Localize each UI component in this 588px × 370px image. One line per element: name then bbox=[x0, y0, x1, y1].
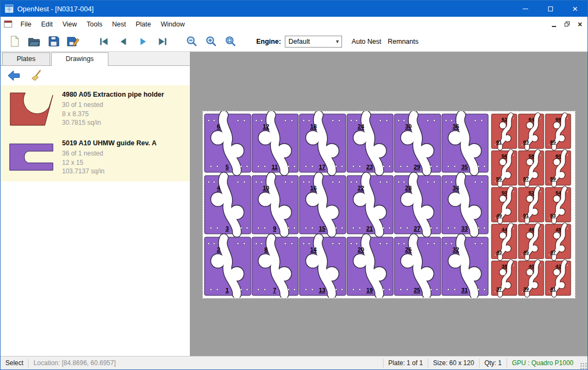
nested-part-pair[interactable]: 2625 bbox=[394, 237, 441, 295]
nested-part-pair[interactable]: 1817 bbox=[299, 114, 346, 172]
minimize-button[interactable] bbox=[513, 1, 538, 17]
svg-text:34: 34 bbox=[453, 185, 460, 191]
svg-text:23: 23 bbox=[366, 164, 373, 170]
chevron-down-icon: ▼ bbox=[333, 39, 341, 44]
nested-part-pair[interactable]: 1615 bbox=[299, 176, 346, 234]
drawing-list-item[interactable]: 4980 A05 Extraction pipe holder 30 of 1 … bbox=[1, 85, 190, 134]
nested-part-pair[interactable]: 4847 bbox=[545, 224, 571, 259]
return-part-button[interactable] bbox=[6, 68, 22, 83]
menu-item-window[interactable]: Window bbox=[156, 18, 189, 31]
engine-select[interactable]: Default ▼ bbox=[285, 36, 342, 48]
svg-text:28: 28 bbox=[405, 185, 412, 191]
nested-part-pair[interactable]: 1211 bbox=[252, 114, 298, 172]
zoom-fit-button[interactable] bbox=[221, 33, 240, 50]
mdi-minimize-icon bbox=[552, 26, 556, 27]
svg-text:50: 50 bbox=[502, 190, 508, 196]
nested-part-pair[interactable]: 109 bbox=[252, 176, 298, 234]
nested-part-pair[interactable]: 4443 bbox=[491, 224, 517, 259]
plate-svg[interactable]: 6512111817242330293635431091615222128273… bbox=[203, 111, 575, 298]
nested-part-pair[interactable]: 2423 bbox=[347, 114, 393, 172]
nav-previous-button[interactable] bbox=[114, 33, 133, 50]
nested-part-pair[interactable]: 6463 bbox=[518, 114, 544, 149]
nested-part-pair[interactable]: 65 bbox=[204, 114, 251, 172]
clear-button[interactable] bbox=[29, 68, 45, 83]
blue-left-arrow-icon bbox=[7, 69, 21, 82]
status-location: Location: [84.8696, 60.6957] bbox=[29, 359, 120, 367]
nested-part-pair[interactable]: 87 bbox=[252, 237, 298, 295]
menu-item-plate[interactable]: Plate bbox=[131, 18, 156, 31]
nest-canvas[interactable]: 6512111817242330293635431091615222128273… bbox=[190, 52, 587, 356]
sidebar-tabstrip: Plates Drawings bbox=[1, 52, 190, 66]
drawing-list-item[interactable]: 5019 A10 UHMW guide Rev. A 36 of 1 neste… bbox=[1, 134, 190, 181]
open-folder-icon bbox=[28, 35, 40, 48]
nested-part-pair[interactable]: 4241 bbox=[545, 261, 571, 295]
svg-text:59: 59 bbox=[550, 176, 556, 181]
auto-nest-button[interactable]: Auto Nest bbox=[351, 36, 382, 48]
svg-text:49: 49 bbox=[496, 212, 502, 218]
nested-part-pair[interactable]: 3837 bbox=[491, 261, 517, 295]
mdi-restore-button[interactable] bbox=[562, 19, 572, 29]
nested-part-pair[interactable]: 5453 bbox=[545, 187, 571, 222]
close-button[interactable]: × bbox=[563, 1, 587, 17]
zoom-in-button[interactable] bbox=[201, 33, 221, 50]
menu-item-view[interactable]: View bbox=[58, 18, 82, 31]
sidebar: Plates Drawings bbox=[1, 52, 190, 356]
nested-part-pair[interactable]: 3029 bbox=[394, 114, 441, 172]
menu-item-tools[interactable]: Tools bbox=[82, 18, 107, 31]
tab-plates[interactable]: Plates bbox=[2, 52, 50, 65]
nested-part-pair[interactable]: 1413 bbox=[299, 237, 346, 295]
nested-part-pair[interactable]: 2827 bbox=[394, 176, 441, 234]
nav-last-button[interactable] bbox=[153, 33, 172, 50]
svg-text:13: 13 bbox=[319, 287, 325, 293]
nested-part-pair[interactable]: 5049 bbox=[491, 187, 517, 222]
menu-item-edit[interactable]: Edit bbox=[36, 18, 58, 31]
nested-part-pair[interactable]: 4645 bbox=[518, 224, 544, 259]
maximize-button[interactable] bbox=[538, 1, 563, 17]
drawing-area: 103.7137 sq/in bbox=[62, 167, 156, 176]
menu-item-file[interactable]: File bbox=[16, 18, 36, 31]
zoom-fit-icon bbox=[224, 35, 237, 48]
broom-icon bbox=[30, 69, 43, 82]
nested-part-pair[interactable]: 5655 bbox=[491, 151, 517, 185]
remnants-button[interactable]: Remnants bbox=[387, 36, 420, 48]
plate[interactable]: 6512111817242330293635431091615222128273… bbox=[203, 111, 575, 298]
save-icon bbox=[47, 35, 60, 48]
nested-part-pair[interactable]: 2221 bbox=[347, 176, 393, 234]
nested-part-pair[interactable]: 2019 bbox=[347, 237, 393, 295]
save-as-button[interactable] bbox=[63, 33, 83, 50]
mdi-close-button[interactable]: × bbox=[575, 19, 585, 29]
svg-text:44: 44 bbox=[502, 226, 508, 232]
nested-part-pair[interactable]: 6059 bbox=[545, 151, 571, 185]
nested-part-pair[interactable]: 4039 bbox=[518, 261, 544, 295]
nested-part-pair[interactable]: 21 bbox=[204, 237, 251, 295]
zoom-out-button[interactable] bbox=[182, 33, 201, 50]
svg-text:56: 56 bbox=[502, 153, 508, 159]
resize-grip-icon[interactable] bbox=[579, 362, 587, 369]
nav-first-button[interactable] bbox=[94, 33, 114, 50]
menu-item-nest[interactable]: Nest bbox=[107, 18, 131, 31]
open-button[interactable] bbox=[24, 33, 44, 50]
svg-text:66: 66 bbox=[556, 116, 562, 122]
drawing-title: 4980 A05 Extraction pipe holder bbox=[62, 91, 164, 98]
nested-part-pair[interactable]: 6261 bbox=[491, 114, 517, 149]
nested-part-pair[interactable]: 5251 bbox=[518, 187, 544, 222]
svg-text:39: 39 bbox=[523, 286, 529, 292]
nested-part-pair[interactable]: 3635 bbox=[442, 114, 488, 172]
tab-drawings[interactable]: Drawings bbox=[51, 52, 108, 66]
nested-part-pair[interactable]: 6665 bbox=[545, 114, 571, 149]
mdi-minimize-button[interactable] bbox=[549, 19, 559, 29]
engine-selected-value: Default bbox=[289, 38, 310, 45]
nested-part-pair[interactable]: 43 bbox=[204, 176, 251, 234]
nav-next-button[interactable] bbox=[133, 33, 153, 50]
previous-arrow-icon bbox=[118, 36, 129, 48]
save-button[interactable] bbox=[44, 33, 63, 50]
new-button[interactable] bbox=[5, 33, 24, 50]
new-file-icon bbox=[9, 35, 21, 48]
drawing-info: 4980 A05 Extraction pipe holder 30 of 1 … bbox=[62, 90, 164, 129]
nested-part-pair[interactable]: 3231 bbox=[442, 237, 488, 295]
svg-text:10: 10 bbox=[263, 185, 269, 191]
svg-text:36: 36 bbox=[453, 123, 459, 130]
svg-text:29: 29 bbox=[414, 164, 420, 170]
nested-part-pair[interactable]: 5857 bbox=[518, 151, 544, 185]
nested-part-pair[interactable]: 3433 bbox=[442, 176, 488, 234]
